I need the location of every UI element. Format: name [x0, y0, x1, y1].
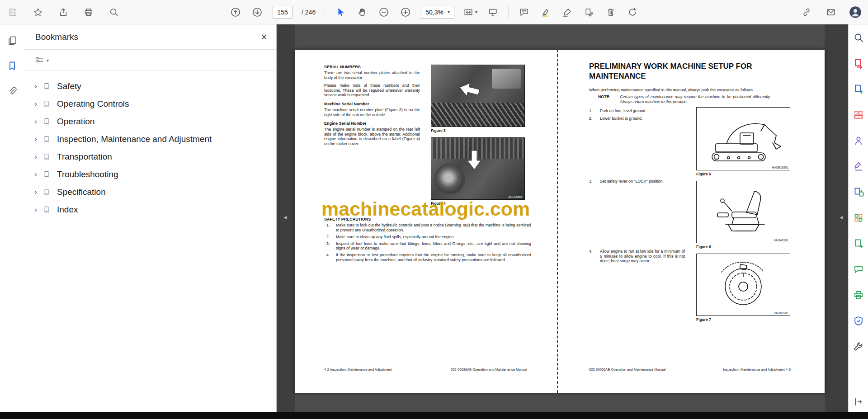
bookmark-item-safety[interactable]: › Safety: [24, 77, 276, 95]
chevron-right-icon[interactable]: ›: [33, 135, 39, 144]
note-block: NOTE: Certain types of maintenance may r…: [598, 94, 771, 104]
figure-5-drawing: HAOB1920L: [696, 107, 790, 170]
figure-caption: Figure 6: [696, 245, 791, 249]
page-edge-top: [295, 24, 825, 50]
figure-caption: Figure 3: [431, 128, 526, 133]
page-up-button[interactable]: [229, 6, 242, 19]
bookmarks-header: Bookmarks ×: [24, 24, 276, 50]
page-count-label: / 246: [302, 9, 316, 16]
page-thumbnails-button[interactable]: [6, 34, 19, 47]
export-pdf-icon[interactable]: [853, 57, 864, 69]
document-area: SERIAL NUMBERS There are two serial numb…: [277, 24, 848, 412]
note-label: NOTE:: [598, 94, 610, 99]
bookmarks-options-row: ▾: [24, 50, 276, 71]
fill-sign-icon[interactable]: [853, 160, 864, 172]
bookmark-item-transportation[interactable]: › Transportation: [24, 148, 276, 165]
save-icon[interactable]: [6, 6, 19, 19]
share-link-icon[interactable]: [800, 6, 813, 19]
paragraph: The machine serial number plate (Figure …: [324, 108, 420, 117]
profile-avatar[interactable]: [849, 6, 862, 19]
zoom-in-button[interactable]: [399, 6, 412, 19]
step-item: 1. Park on firm, level ground.: [589, 108, 697, 113]
safety-precautions-section: SAFETY PRECAUTIONS 1. Make sure to lock …: [324, 217, 531, 264]
print-production-icon[interactable]: [853, 289, 864, 301]
page-title: PRELIMINARY WORK MACHINE SETUP FOR MAINT…: [589, 61, 783, 81]
new-document-icon[interactable]: [853, 238, 864, 250]
hand-tool-button[interactable]: [356, 6, 368, 19]
bookmarks-options-menu[interactable]: ▾: [35, 54, 49, 66]
watermark: machinecatalogic.com: [321, 198, 530, 220]
chevron-right-icon[interactable]: ›: [33, 205, 39, 214]
select-tool-button[interactable]: [334, 6, 347, 19]
sign-tool-button[interactable]: [561, 6, 574, 19]
combine-files-icon[interactable]: [853, 109, 864, 121]
email-icon[interactable]: [825, 6, 837, 19]
bookmark-item-index[interactable]: › Index: [24, 201, 276, 218]
search-icon[interactable]: [108, 6, 120, 19]
page-number-input[interactable]: [273, 6, 292, 19]
request-signatures-icon[interactable]: [853, 135, 864, 146]
bookmarks-panel: Bookmarks × ▾ › Safety › Operating Contr…: [24, 24, 277, 412]
print-icon[interactable]: [82, 6, 95, 19]
chevron-right-icon[interactable]: ›: [33, 188, 39, 197]
paragraph: There are two serial number plates attac…: [324, 71, 420, 80]
step-item: 3. Set safety lever on "LOCK" position.: [589, 179, 697, 184]
zoom-out-button[interactable]: [377, 6, 390, 19]
bookmark-item-troubleshooting[interactable]: › Troubleshooting: [24, 165, 276, 183]
chevron-right-icon[interactable]: ›: [33, 117, 39, 126]
top-toolbar: / 246 50,3% ▾ ▾: [0, 0, 868, 24]
figure-3-photo: [431, 65, 525, 127]
more-tools-icon[interactable]: [853, 341, 864, 353]
toolbar-separator: [325, 6, 325, 18]
footer-right: Inspection, Maintenance and Adjustment 4…: [723, 367, 791, 372]
chevron-down-icon: ▾: [475, 9, 477, 14]
figure-code: HAOA390L: [774, 239, 788, 242]
chevron-right-icon[interactable]: ›: [33, 82, 39, 91]
figures-column: HAOB1920L Figure 5: [696, 107, 791, 326]
undo-button[interactable]: [626, 6, 639, 19]
attachments-button[interactable]: [6, 85, 19, 98]
bookmark-item-operation[interactable]: › Operation: [24, 113, 276, 130]
page-spread: SERIAL NUMBERS There are two serial numb…: [295, 50, 825, 393]
page-4-3: PRELIMINARY WORK MACHINE SETUP FOR MAINT…: [558, 50, 825, 393]
note-text: Certain types of maintenance may require…: [620, 94, 771, 104]
fit-width-dropdown[interactable]: ▾: [463, 7, 477, 17]
create-pdf-icon[interactable]: [853, 83, 864, 95]
convert-pdf-icon[interactable]: [853, 186, 864, 198]
list-item: 2. Make sure to clean up any fluid spill…: [324, 235, 531, 240]
figure-code: HAOB290L: [774, 311, 788, 315]
chevron-right-icon[interactable]: ›: [33, 170, 39, 179]
search-tools-icon[interactable]: [853, 32, 864, 43]
zoom-level-dropdown[interactable]: 50,3% ▾: [421, 6, 454, 19]
figure-6-drawing: HAOA390L: [696, 181, 790, 243]
page-4-2: SERIAL NUMBERS There are two serial numb…: [295, 50, 557, 393]
toolbar-right-group: [800, 6, 862, 19]
list-item: 4. If the inspection or test procedure r…: [324, 253, 531, 262]
chevron-down-icon: ▾: [47, 58, 49, 63]
comment-panel-icon[interactable]: [853, 264, 864, 275]
bookmark-item-operating-controls[interactable]: › Operating Controls: [24, 95, 276, 113]
bookmark-item-specification[interactable]: › Specification: [24, 183, 276, 201]
toolbar-center-group: / 246 50,3% ▾ ▾: [229, 6, 639, 19]
edit-pages-button[interactable]: [583, 6, 595, 19]
chevron-right-icon[interactable]: ›: [33, 99, 39, 108]
collapse-left-panel-handle[interactable]: ◄: [283, 214, 288, 221]
figures-column: Figure 3 ASO0050P Figure 4: [431, 65, 526, 210]
chevron-right-icon[interactable]: ›: [33, 152, 39, 161]
paragraph: The engine serial number is stamped on t…: [324, 127, 420, 146]
organize-pages-icon[interactable]: [853, 212, 864, 224]
highlight-tool-button[interactable]: [539, 6, 552, 19]
bookmarks-panel-button[interactable]: [6, 60, 19, 72]
fit-screen-button[interactable]: [486, 6, 499, 19]
collapse-right-panel-button[interactable]: [849, 397, 868, 407]
delete-tool-button[interactable]: [604, 6, 617, 19]
bookmark-item-inspection-maintenance[interactable]: › Inspection, Maintenance and Adjustment: [24, 130, 276, 148]
comment-tool-button[interactable]: [518, 6, 530, 19]
page-down-button[interactable]: [251, 6, 264, 19]
close-icon[interactable]: ×: [261, 32, 267, 42]
list-item: 1. Make sure to lock out the hydraulic c…: [324, 223, 531, 232]
share-icon[interactable]: [57, 6, 70, 19]
star-icon[interactable]: [32, 6, 44, 19]
protect-icon[interactable]: [853, 315, 864, 327]
expand-right-panel-handle[interactable]: ◄: [839, 214, 844, 221]
